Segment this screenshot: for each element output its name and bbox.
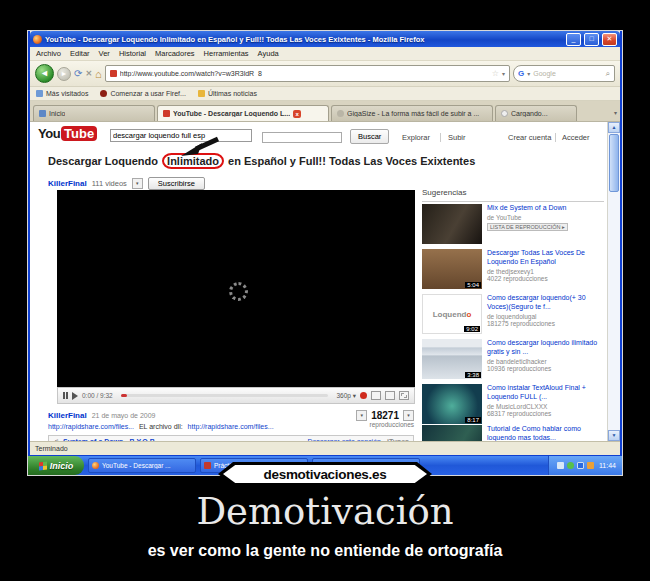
suggestion-item[interactable]: Loquendo 9:02 Como descargar loquendo(+ …: [422, 294, 608, 334]
rapidshare-link[interactable]: http://rapidshare.com/files...: [48, 423, 134, 430]
song-link[interactable]: System of a Down - B.Y.O.B.: [63, 438, 157, 441]
tab-bar: Inicio YouTube - Descargar Loquendo L...…: [30, 101, 620, 122]
progress-bar[interactable]: [121, 394, 329, 397]
search-engine-box[interactable]: G ▾ Google ⌕: [513, 65, 615, 82]
start-button[interactable]: Inicio: [28, 456, 84, 475]
menu-historial[interactable]: Historial: [119, 49, 146, 58]
bookmark-mas-visitados[interactable]: Más visitados: [36, 90, 88, 97]
uploader-videos-count: 111 videos: [92, 179, 127, 188]
menu-editar[interactable]: Editar: [70, 49, 90, 58]
subir-link[interactable]: Subir: [448, 133, 466, 142]
video-thumbnail[interactable]: Loquendo 9:02: [422, 294, 482, 334]
video-description: http://rapidshare.com/files... EL archiv…: [48, 423, 274, 430]
url-dropdown-icon[interactable]: ▾: [502, 70, 505, 77]
site-favicon: [110, 70, 117, 77]
videos-dropdown-icon[interactable]: ▾: [132, 178, 143, 189]
back-button[interactable]: ◄: [35, 64, 54, 83]
download-song-link[interactable]: Descargar esta canción: [307, 438, 381, 441]
tab-inicio[interactable]: Inicio: [33, 105, 155, 121]
menu-ayuda[interactable]: Ayuda: [258, 49, 279, 58]
video-thumbnail[interactable]: 5:04: [422, 249, 482, 289]
video-info-row: KillerFinal 21 de mayo de 2009 ▾ 18271 ▾…: [48, 410, 414, 421]
subscribe-button[interactable]: Suscribirse: [148, 177, 205, 190]
suggestion-item[interactable]: 8:17 Como instalar TextAloud Final + Loq…: [422, 384, 608, 424]
theater-mode-button[interactable]: [371, 391, 381, 400]
suggestion-item[interactable]: 5:04 Descargar Todas Las Voces De Loquen…: [422, 249, 608, 289]
suggestion-item[interactable]: 3:38 Como descargar loquendo ilimitado g…: [422, 339, 608, 379]
stats-expand-icon[interactable]: ▾: [403, 410, 414, 421]
video-player[interactable]: [57, 190, 415, 387]
forward-button[interactable]: ►: [57, 67, 71, 81]
video-thumbnail[interactable]: [422, 204, 482, 244]
menu-ver[interactable]: Ver: [99, 49, 110, 58]
url-bar[interactable]: http://www.youtube.com/watch?v=w3R3ldR_8…: [105, 65, 510, 82]
video-thumbnail[interactable]: 3:38: [422, 339, 482, 379]
tray-icon[interactable]: [567, 462, 574, 469]
taskbar-task-youtube[interactable]: YouTube - Descargar ...: [88, 458, 196, 473]
video-byline: KillerFinal 111 videos ▾ Suscribirse: [48, 177, 205, 190]
popout-button[interactable]: [385, 391, 395, 400]
tray-icon[interactable]: [557, 462, 564, 469]
maximize-button[interactable]: □: [584, 33, 599, 46]
folder-icon: [36, 90, 43, 97]
description-expand-icon[interactable]: ▾: [356, 410, 367, 421]
pause-button[interactable]: [63, 392, 68, 399]
bookmark-star-icon[interactable]: ☆: [492, 69, 499, 78]
acceder-link[interactable]: Acceder: [562, 133, 590, 142]
tray-icon[interactable]: [587, 462, 594, 469]
tab-cargando[interactable]: Cargando...: [495, 105, 577, 121]
fullscreen-button[interactable]: [399, 391, 409, 400]
uploader-link[interactable]: KillerFinal: [48, 179, 87, 188]
magnifier-icon[interactable]: ⌕: [606, 69, 610, 79]
scroll-up-icon[interactable]: ▲: [608, 122, 620, 133]
bookmark-comenzar[interactable]: Comenzar a usar Firef...: [100, 90, 185, 97]
quality-selector[interactable]: 360p ▾: [336, 392, 356, 400]
explorar-link[interactable]: Explorar: [402, 133, 430, 142]
firefox-icon: [92, 462, 99, 469]
record-dot-icon[interactable]: [360, 392, 367, 399]
itunes-label[interactable]: iTunes: [387, 438, 409, 441]
secondary-search-input[interactable]: [262, 132, 342, 143]
search-button[interactable]: Buscar: [350, 129, 389, 144]
menu-marcadores[interactable]: Marcadores: [155, 49, 195, 58]
video-thumbnail[interactable]: 8:17: [422, 384, 482, 424]
bookmarks-toolbar: Más visitados Comenzar a usar Firef... Ú…: [30, 87, 620, 101]
uploader-link[interactable]: KillerFinal: [48, 411, 87, 420]
tab-close-icon[interactable]: x: [293, 110, 301, 118]
music-note-icon: ♫: [53, 437, 59, 441]
tray-icon[interactable]: [577, 462, 584, 469]
menu-archivo[interactable]: Archivo: [36, 49, 61, 58]
player-controls: 0:00 / 9:32 360p ▾: [57, 387, 415, 404]
page-scrollbar[interactable]: ▲ ▼: [607, 122, 620, 441]
screenshot-frame: YouTube - Descargar Loquendo Inlimitado …: [27, 30, 623, 476]
rapidshare-link[interactable]: http://rapidshare.com/files...: [188, 423, 274, 430]
tab-youtube[interactable]: YouTube - Descargar Loquendo L... x: [157, 105, 329, 121]
window-titlebar[interactable]: YouTube - Descargar Loquendo Inlimitado …: [30, 31, 620, 47]
view-count: 18271: [371, 410, 399, 421]
close-button[interactable]: ✕: [602, 33, 617, 46]
suggestion-item[interactable]: Mix de System of a Down de YouTube LISTA…: [422, 204, 608, 244]
player-time: 0:00 / 9:32: [82, 392, 113, 399]
home-icon[interactable]: ⌂: [95, 68, 102, 80]
video-thumbnail[interactable]: [422, 425, 482, 441]
reload-icon[interactable]: ⟳: [74, 68, 82, 79]
menu-herramientas[interactable]: Herramientas: [204, 49, 249, 58]
engine-label[interactable]: Google: [533, 70, 602, 77]
poster-title: Demotivación: [0, 490, 650, 533]
getting-started-icon: [100, 90, 107, 97]
scrollbar-thumb[interactable]: [609, 134, 619, 192]
status-text: Terminado: [35, 445, 68, 452]
volume-icon[interactable]: [72, 392, 78, 400]
stop-icon[interactable]: ✕: [85, 69, 92, 78]
bookmark-noticias[interactable]: Últimas noticias: [198, 90, 257, 97]
tab-list-dropdown-icon[interactable]: ▾: [614, 109, 617, 116]
engine-dropdown-icon[interactable]: ▾: [527, 70, 530, 77]
url-text[interactable]: http://www.youtube.com/watch?v=w3R3ldR_8: [120, 70, 489, 77]
tab-gigasize[interactable]: GigaSize - La forma más fácil de subir a…: [331, 105, 493, 121]
suggestion-item[interactable]: Tutorial de Como hablar como loquendo ma…: [422, 425, 608, 441]
minimize-button[interactable]: _: [566, 33, 581, 46]
crear-cuenta-link[interactable]: Crear cuenta: [508, 133, 551, 142]
scroll-down-icon[interactable]: ▼: [608, 430, 620, 441]
status-bar: Terminado: [30, 441, 620, 455]
youtube-logo[interactable]: You Tube: [38, 126, 97, 141]
